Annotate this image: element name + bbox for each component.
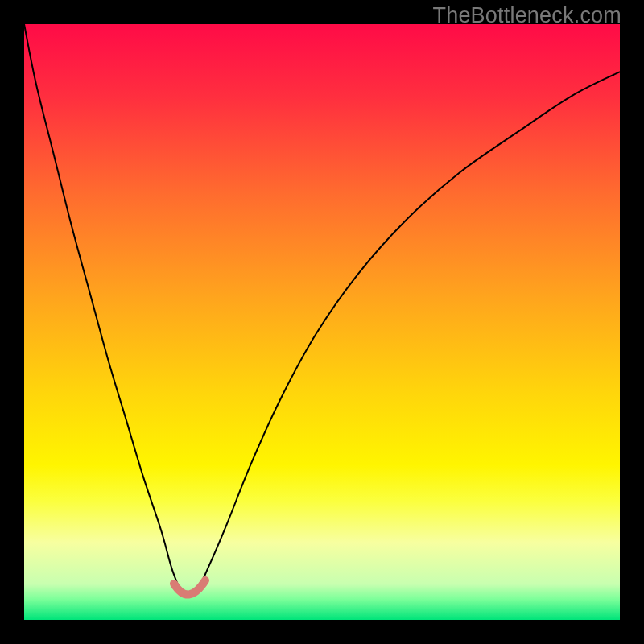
watermark-text: TheBottleneck.com [432, 3, 621, 28]
chart-stage: TheBottleneck.com [0, 0, 644, 644]
bottleneck-curve [24, 24, 620, 620]
plot-area [24, 24, 620, 620]
